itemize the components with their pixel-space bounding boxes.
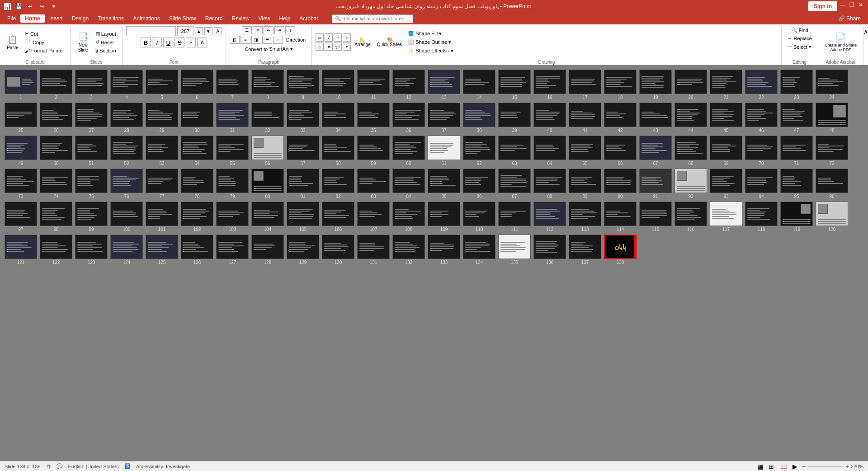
slide-thumb-104[interactable]: 104	[251, 202, 284, 232]
align-center[interactable]: ≡	[241, 36, 250, 44]
decrease-indent[interactable]: ⇤	[264, 26, 274, 34]
section-button[interactable]: § Section	[93, 47, 118, 54]
slide-thumb-36[interactable]: 36	[392, 103, 425, 133]
slide-thumb-49[interactable]: 49	[5, 136, 37, 166]
menu-design[interactable]: Design	[67, 14, 93, 23]
shape-arrow[interactable]: →	[334, 33, 342, 42]
more-shapes-button[interactable]: ▾	[343, 42, 351, 51]
slide-thumb-12[interactable]: 12	[392, 70, 425, 100]
slide-thumb-132[interactable]: 132	[392, 235, 425, 265]
quick-styles-button[interactable]: 🎨 Quick Styles	[374, 35, 405, 49]
slide-thumb-75[interactable]: 75	[75, 169, 108, 199]
slide-thumb-131[interactable]: 131	[357, 235, 390, 265]
slide-thumb-137[interactable]: 137	[569, 235, 601, 265]
numbering-button[interactable]: ≡	[253, 26, 263, 34]
slide-thumb-94[interactable]: 94	[745, 169, 778, 199]
slide-thumb-114[interactable]: 114	[604, 202, 637, 232]
slide-thumb-65[interactable]: 65	[569, 136, 601, 166]
select-button[interactable]: ⊹ Select ▾	[786, 43, 814, 51]
menu-slideshow[interactable]: Slide Show	[165, 14, 201, 23]
slide-thumb-90[interactable]: 90	[604, 169, 637, 199]
slide-thumb-109[interactable]: 109	[428, 202, 460, 232]
shape-rect[interactable]: ▭	[316, 33, 324, 42]
slide-thumb-42[interactable]: 42	[604, 103, 637, 133]
slide-thumb-63[interactable]: 63	[498, 136, 531, 166]
slide-thumb-44[interactable]: 44	[675, 103, 707, 133]
slide-thumb-20[interactable]: 20	[675, 70, 707, 100]
line-spacing-button[interactable]: ↕	[285, 26, 295, 34]
slide-thumb-47[interactable]: 47	[780, 103, 813, 133]
slide-thumb-3[interactable]: 3	[75, 70, 108, 100]
slide-thumb-113[interactable]: 113	[569, 202, 601, 232]
find-button[interactable]: 🔍 Find	[789, 26, 811, 34]
menu-help[interactable]: Help	[275, 14, 295, 23]
shape-star[interactable]: ★	[325, 42, 333, 51]
bullets-button[interactable]: ☰	[242, 26, 252, 34]
font-name-input[interactable]	[126, 26, 176, 36]
slides-thumbnail-area[interactable]: 1234567891011121314151617181920212223242…	[0, 65, 868, 461]
slide-thumb-98[interactable]: 98	[40, 202, 72, 232]
slide-thumb-43[interactable]: 43	[639, 103, 672, 133]
align-right[interactable]: ◨	[251, 36, 261, 44]
slide-thumb-120[interactable]: 120	[816, 202, 848, 232]
close-button[interactable]: ✕	[857, 1, 864, 9]
collapse-ribbon-button[interactable]: ∧	[863, 28, 868, 35]
slide-thumb-82[interactable]: 82	[322, 169, 354, 199]
slide-thumb-78[interactable]: 78	[181, 169, 213, 199]
slide-thumb-5[interactable]: 5	[146, 70, 178, 100]
restore-button[interactable]: ❐	[848, 1, 855, 9]
increase-indent[interactable]: ⇥	[274, 26, 284, 34]
clear-format-button[interactable]: A	[214, 27, 222, 35]
slide-thumb-136[interactable]: 136	[533, 235, 566, 265]
slide-thumb-83[interactable]: 83	[357, 169, 390, 199]
slide-thumb-112[interactable]: 112	[533, 202, 566, 232]
slide-thumb-56[interactable]: 56	[251, 136, 284, 166]
slide-thumb-91[interactable]: 91	[639, 169, 672, 199]
slide-thumb-10[interactable]: 10	[322, 70, 354, 100]
strikethrough-button[interactable]: S	[175, 38, 184, 47]
slide-thumb-48[interactable]: 48	[816, 103, 848, 133]
slide-thumb-7[interactable]: 7	[216, 70, 249, 100]
slide-thumb-1[interactable]: 1	[5, 70, 37, 100]
slide-thumb-29[interactable]: 29	[146, 103, 178, 133]
slide-thumb-32[interactable]: 32	[251, 103, 284, 133]
font-size-down[interactable]: ▼	[204, 27, 212, 35]
slide-thumb-6[interactable]: 6	[181, 70, 213, 100]
new-slide-button[interactable]: 📑 NewSlide	[74, 30, 92, 54]
format-painter-button[interactable]: 🖌 Format Painter	[23, 47, 66, 54]
slide-thumb-22[interactable]: 22	[745, 70, 778, 100]
slide-thumb-30[interactable]: 30	[181, 103, 213, 133]
slide-thumb-108[interactable]: 108	[392, 202, 425, 232]
slide-thumb-79[interactable]: 79	[216, 169, 249, 199]
slide-thumb-85[interactable]: 85	[428, 169, 460, 199]
slide-thumb-51[interactable]: 51	[75, 136, 108, 166]
signin-button[interactable]: Sign in	[808, 1, 837, 11]
slide-thumb-60[interactable]: 60	[392, 136, 425, 166]
slide-thumb-26[interactable]: 26	[40, 103, 72, 133]
underline-button[interactable]: U	[163, 38, 173, 47]
reading-view-button[interactable]: 📖	[778, 463, 788, 470]
shape-tri[interactable]: △	[316, 42, 324, 51]
slide-thumb-24[interactable]: 24	[816, 70, 848, 100]
slide-thumb-69[interactable]: 69	[710, 136, 742, 166]
slide-thumb-111[interactable]: 111	[498, 202, 531, 232]
cut-button[interactable]: ✂ Cut	[23, 30, 66, 38]
font-size-input[interactable]	[177, 26, 193, 36]
slide-thumb-133[interactable]: 133	[428, 235, 460, 265]
layout-button[interactable]: ▤ Layout	[93, 30, 118, 38]
slide-thumb-31[interactable]: 31	[216, 103, 249, 133]
slide-thumb-97[interactable]: 97	[5, 202, 37, 232]
slide-thumb-9[interactable]: 9	[287, 70, 319, 100]
paste-button[interactable]: 📋 Paste	[4, 33, 22, 52]
slide-thumb-35[interactable]: 35	[357, 103, 390, 133]
slide-thumb-33[interactable]: 33	[287, 103, 319, 133]
slide-thumb-86[interactable]: 86	[463, 169, 495, 199]
slide-thumb-88[interactable]: 88	[533, 169, 566, 199]
menu-view[interactable]: View	[254, 14, 275, 23]
slide-thumb-38[interactable]: 38	[463, 103, 495, 133]
save-button[interactable]: 💾	[14, 2, 23, 11]
slide-thumb-95[interactable]: 95	[780, 169, 813, 199]
minimize-button[interactable]: —	[839, 1, 846, 9]
create-pdf-button[interactable]: 📄 Create and ShareAdobe PDF	[822, 30, 859, 54]
slide-thumb-17[interactable]: 17	[569, 70, 601, 100]
